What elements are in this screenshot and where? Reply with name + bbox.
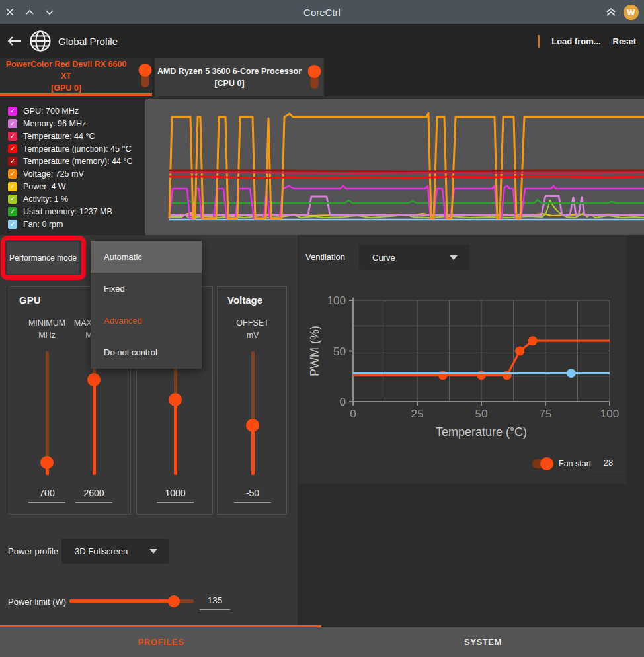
app-badge-icon[interactable]: W <box>624 5 639 20</box>
fan-curve-chart[interactable]: 0255075100050100Temperature (°C)PWM (%) <box>299 277 627 442</box>
fan-start-value-field[interactable]: 28 <box>592 451 624 472</box>
gpu-min-unit: MHz <box>24 331 70 340</box>
fan-curve-point[interactable] <box>503 371 512 380</box>
window-minimize-button[interactable] <box>40 0 60 24</box>
menu-item-automatic[interactable]: Automatic <box>91 241 202 273</box>
ventilation-mode-select[interactable]: Curve <box>359 245 469 270</box>
gpu-min-value-field[interactable]: 700 <box>28 482 65 503</box>
sensor-label: Fan: 0 rpm <box>23 220 63 229</box>
sensor-label: Temperature (junction): 45 °C <box>23 144 131 153</box>
memory-slider-fill <box>174 400 177 475</box>
pin-icon[interactable] <box>307 64 321 91</box>
sensor-row: ✓ Fan: 0 rpm <box>0 218 145 230</box>
tab-profiles[interactable]: PROFILES <box>0 627 322 657</box>
svg-text:0: 0 <box>350 408 356 420</box>
svg-text:25: 25 <box>411 408 424 420</box>
fan-curve-point[interactable] <box>438 371 448 380</box>
sensor-checkbox[interactable]: ✓ <box>8 195 17 204</box>
sensor-label: Temperature: 44 °C <box>23 132 95 141</box>
profile-name: Global Profile <box>58 36 118 47</box>
gpu-max-value-field[interactable]: 2600 <box>75 482 112 503</box>
globe-icon <box>29 30 52 52</box>
sensor-checkbox[interactable]: ✓ <box>8 132 17 141</box>
sensor-legend: ✓ GPU: 700 MHz ✓ Memory: 96 MHz ✓ Temper… <box>0 96 145 235</box>
shade-window-icon[interactable] <box>605 7 617 17</box>
svg-text:100: 100 <box>600 408 619 420</box>
ventilation-mode-value: Curve <box>372 253 395 263</box>
sensor-label: GPU: 700 MHz <box>23 107 79 116</box>
svg-text:75: 75 <box>540 408 552 420</box>
load-from-button[interactable]: Load from... <box>551 36 600 46</box>
memory-value-field[interactable]: 1000 <box>157 482 194 503</box>
gpu-max-slider-handle[interactable] <box>87 373 101 386</box>
tab-gpu0[interactable]: PowerColor Red Devil RX 6600 XT [GPU 0] <box>0 58 152 96</box>
fan-start-toggle[interactable] <box>532 457 553 470</box>
sensor-checkbox[interactable]: ✓ <box>8 220 17 229</box>
power-limit-slider-handle[interactable] <box>168 595 180 607</box>
fan-start-label: Fan start <box>559 459 591 468</box>
fan-curve-point[interactable] <box>477 371 486 380</box>
sensor-checkbox[interactable]: ✓ <box>8 107 17 116</box>
power-profile-label: Power profile <box>8 547 58 556</box>
sensor-label: Power: 4 W <box>23 182 66 191</box>
sensor-checkbox[interactable]: ✓ <box>8 207 17 216</box>
fan-curve-point[interactable] <box>528 336 538 345</box>
chevron-up-icon <box>25 9 34 15</box>
sensor-checkbox[interactable]: ✓ <box>8 119 17 128</box>
gpu-panel-title: GPU <box>19 294 41 306</box>
window-close-button[interactable] <box>0 0 20 24</box>
power-profile-select[interactable]: 3D Fullscreen <box>61 539 169 564</box>
sensor-row: ✓ Temperature: 44 °C <box>0 130 145 142</box>
chevron-down-icon <box>149 549 157 554</box>
sensor-label: Activity: 1 % <box>23 195 68 204</box>
x-axis-title: Temperature (°C) <box>436 425 527 439</box>
series-temp-edge <box>169 173 644 173</box>
close-icon <box>5 7 15 17</box>
sensor-row: ✓ Voltage: 725 mV <box>0 167 145 180</box>
voltage-panel: Voltage OFFSET mV -50 <box>217 286 287 515</box>
window-maximize-button[interactable] <box>20 0 40 24</box>
performance-mode-menu: Automatic Fixed Advanced Do not control <box>91 241 202 369</box>
fan-curve-point[interactable] <box>515 347 524 356</box>
voltage-offset-unit: mV <box>226 331 279 340</box>
performance-mode-label[interactable]: Performance mode <box>7 242 79 274</box>
sensor-row: ✓ Activity: 1 % <box>0 193 145 205</box>
tab-gpu0-id: [GPU 0] <box>0 82 132 94</box>
sensor-checkbox[interactable]: ✓ <box>8 182 17 191</box>
window-title: CoreCtrl <box>0 7 644 18</box>
arrow-left-icon <box>7 36 22 46</box>
sensor-label: Memory: 96 MHz <box>23 119 86 128</box>
ventilation-label: Ventilation <box>305 252 345 262</box>
tab-system[interactable]: SYSTEM <box>322 627 644 657</box>
sensor-row: ✓ Temperature (memory): 44 °C <box>0 155 145 167</box>
sensor-checkbox[interactable]: ✓ <box>8 157 17 166</box>
voltage-offset-label: OFFSET <box>226 318 279 328</box>
voltage-offset-value-field[interactable]: -50 <box>234 482 271 503</box>
reset-button[interactable]: Reset <box>613 36 636 46</box>
corectrl-window: CoreCtrl W Global Profile Load from... R… <box>0 0 644 657</box>
profile-header: Global Profile Load from... Reset <box>0 24 644 58</box>
sensor-monitor-graph <box>145 99 644 235</box>
sensor-row: ✓ Used memory: 1237 MB <box>0 205 145 218</box>
power-limit-value-field[interactable]: 135 <box>200 589 230 610</box>
gpu-min-slider-handle[interactable] <box>40 456 54 469</box>
sensor-checkbox[interactable]: ✓ <box>8 144 17 153</box>
bottom-tabbar: PROFILES SYSTEM <box>0 627 644 657</box>
voltage-offset-slider-fill <box>251 425 255 475</box>
voltage-offset-slider-handle[interactable] <box>246 419 259 432</box>
pin-icon[interactable] <box>138 63 152 89</box>
power-profile-value: 3D Fullscreen <box>75 547 128 556</box>
svg-text:100: 100 <box>327 294 346 307</box>
memory-slider-handle[interactable] <box>169 393 182 406</box>
sensor-checkbox[interactable]: ✓ <box>8 169 17 179</box>
series-temp-memory <box>169 171 644 171</box>
back-button[interactable] <box>0 24 29 58</box>
menu-item-advanced[interactable]: Advanced <box>91 304 202 336</box>
menu-item-do-not-control[interactable]: Do not control <box>91 336 202 368</box>
tab-cpu0[interactable]: AMD Ryzen 5 3600 6-Core Processor [CPU 0… <box>155 58 324 96</box>
active-tab-indicator <box>0 625 321 627</box>
tab-gpu0-name: PowerColor Red Devil RX 6600 XT <box>0 58 132 82</box>
menu-item-fixed[interactable]: Fixed <box>91 273 202 304</box>
fan-start-level-point[interactable] <box>567 369 576 378</box>
svg-text:50: 50 <box>475 408 488 420</box>
